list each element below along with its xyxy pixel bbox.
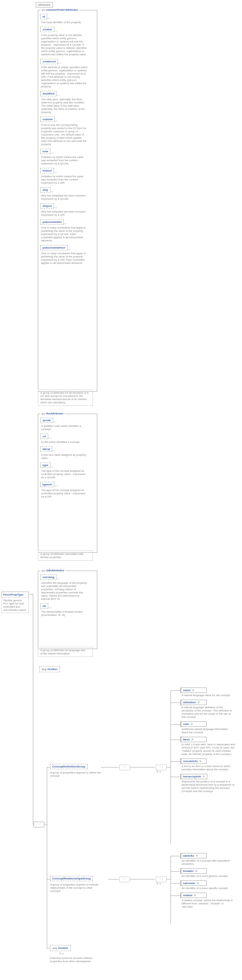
ellipsis-icon: ⋯: [58, 62, 61, 65]
connector: [44, 824, 47, 824]
connector: [47, 948, 50, 949]
attr-desc: Why the metadata has been included - exp…: [40, 193, 88, 201]
ellipsis-icon: ⋯: [54, 420, 56, 424]
connector: [47, 767, 50, 767]
attr-desc: If the attribute is empty, specifies whi…: [40, 65, 88, 89]
any-other-desc: Extension point for provider-defined pro…: [50, 956, 93, 963]
group-i18n: grp i18nAttributes xml:lang⋯Specifies th…: [38, 571, 97, 649]
group-common-desc: A group of attributes for all elements o…: [38, 390, 93, 406]
sequence-def: [119, 765, 130, 770]
expand-icon: ⊕: [203, 775, 205, 778]
child-name: narrower⊕: [181, 880, 207, 886]
group-flex-desc: A group of attributes associated with fl…: [38, 550, 93, 561]
root-type-desc: Flexible generic PCL-type for both contr…: [2, 597, 29, 613]
expand-icon: ⊕: [191, 722, 193, 726]
ellipsis-icon: ⋯: [51, 465, 54, 469]
attr-name: dir⋯: [40, 603, 48, 609]
attr-desc: The local identifier of the property.: [40, 20, 88, 25]
child-name: note⊕: [181, 721, 207, 727]
child-name: name⊕A natural language name for the con…: [181, 687, 238, 699]
any-other-attr: any ##other: [39, 666, 60, 672]
range-def: 0..∞: [157, 770, 161, 773]
child-desc: A natural language definition of the sem…: [181, 705, 235, 721]
group-i18n-title: grp i18nAttributes: [40, 569, 65, 572]
concept-rel-group: ConceptRelationshipsGroup: [50, 876, 93, 881]
ellipsis-icon: ⋯: [54, 206, 57, 209]
connector: [170, 740, 181, 740]
child-hierarchyInfo: hierarchyInfo⊕Represents the position of…: [181, 774, 238, 795]
connector: [101, 767, 119, 767]
child-broader: broader⊕An identifier of a more generic …: [181, 869, 238, 880]
connector: [166, 879, 170, 880]
ellipsis-icon: ⋯: [51, 190, 54, 193]
child-sameAs: sameAs⊕An identifier of a concept with e…: [181, 853, 238, 868]
attr-typeuri: typeuri⋯The type of the concept assigned…: [40, 482, 95, 499]
attr-xml-lang: xml:lang⋯Specifies the language of this …: [40, 574, 95, 601]
ellipsis-icon: ⋯: [55, 119, 58, 123]
attr-name: whyuri⋯: [40, 203, 54, 208]
attr-name: pubconstrainturi⋯: [40, 245, 67, 250]
attr-desc: The type of the concept assigned as cont…: [40, 488, 88, 499]
child-narrower: narrower⊕An identifier of a more specifi…: [181, 880, 238, 892]
sequence-rel: [119, 877, 130, 882]
attr-howuri: howuri⋯Indicates by which means the valu…: [40, 168, 95, 185]
child-definition: definition⊕A natural language definition…: [181, 700, 238, 721]
ellipsis-icon: ⋯: [57, 578, 60, 581]
attr-dir: dir⋯The directionality of textual conten…: [40, 603, 95, 617]
connector: [29, 594, 33, 595]
attr-desc: The directionality of textual content (e…: [40, 609, 88, 617]
concept-rel-desc: A group of properties required to indica…: [50, 883, 104, 892]
attr-desc: Indicates by which means the value was e…: [40, 155, 88, 166]
child-desc: A natural language name for the concept.: [181, 693, 235, 699]
attr-pubconstraint: pubconstraint⋯One or many constraints th…: [40, 220, 95, 243]
connector: [166, 767, 170, 767]
ellipsis-icon: ⋯: [54, 171, 57, 174]
attr-list-flex: qcode⋯A qualified code which identifies …: [40, 415, 95, 503]
choice-rel: [156, 877, 167, 882]
rel-children: sameAs⊕An identifier of a concept with e…: [181, 853, 238, 911]
child-name: definition⊕: [181, 700, 207, 705]
connector: [47, 767, 47, 949]
connector: [170, 883, 181, 884]
root-type: Flex1PropType Flexible generic PCL-type …: [2, 592, 29, 613]
attr-name: id⋯: [40, 14, 47, 19]
attr-custom: custom⋯If set to true the corresponding …: [40, 117, 95, 146]
attr-name: why⋯: [40, 187, 50, 192]
child-name: facet⊕: [181, 737, 207, 742]
group-i18n-desc: A group of attributes for language and s…: [38, 647, 93, 657]
attr-desc: Indicates by which means the value was e…: [40, 174, 88, 185]
child-name: related⊕: [181, 892, 207, 898]
group-common: grp commonPowerAttributes id⋯The local i…: [38, 10, 97, 391]
expand-icon: ⊕: [197, 701, 200, 704]
connector: [170, 690, 171, 844]
expand-icon: ⊕: [195, 869, 198, 873]
attr-creatoruri: creatoruri⋯If the attribute is empty, sp…: [40, 59, 95, 89]
attr-id: id⋯The local identifier of the property.: [40, 14, 95, 25]
child-note: note⊕Additional natural language informa…: [181, 721, 238, 736]
group-flex-title: grp flexAttributes: [40, 412, 64, 415]
attr-desc: If set to true the corresponding propert…: [40, 123, 88, 146]
child-desc: An identifier of a more specific concept…: [181, 886, 235, 892]
attr-list-common: id⋯The local identifier of the property.…: [40, 12, 95, 270]
attr-desc: The date (and, optionally, the time) whe…: [40, 97, 88, 115]
attr-name: uri⋯: [40, 434, 48, 439]
connector: [33, 594, 33, 824]
child-desc: A link to an item or a web resource whic…: [181, 764, 235, 773]
connector: [108, 879, 119, 880]
root-type-name: Flex1PropType: [2, 592, 29, 598]
child-desc: Represents the position of a concept in …: [181, 779, 235, 795]
expand-icon: ⊕: [194, 894, 196, 897]
attr-modified: modified⋯The date (and, optionally, the …: [40, 91, 95, 115]
ellipsis-icon: ⋯: [57, 94, 60, 97]
child-remoteInfo: remoteInfo⊕A link to an item or a web re…: [181, 759, 238, 773]
attr-desc: One or many constraints that apply to pu…: [40, 251, 88, 265]
connector: [170, 690, 181, 691]
attr-name: typeuri⋯: [40, 482, 54, 487]
ellipsis-icon: ⋯: [49, 606, 51, 609]
connector: [170, 871, 181, 872]
attr-uri: uri⋯A URI which identifies a concept.: [40, 434, 95, 444]
attr-desc: Why the metadata has been included - exp…: [40, 209, 88, 217]
ellipsis-icon: ⋯: [49, 436, 51, 440]
range-rel: 0..∞: [157, 882, 161, 885]
attr-name: type⋯: [40, 463, 50, 468]
